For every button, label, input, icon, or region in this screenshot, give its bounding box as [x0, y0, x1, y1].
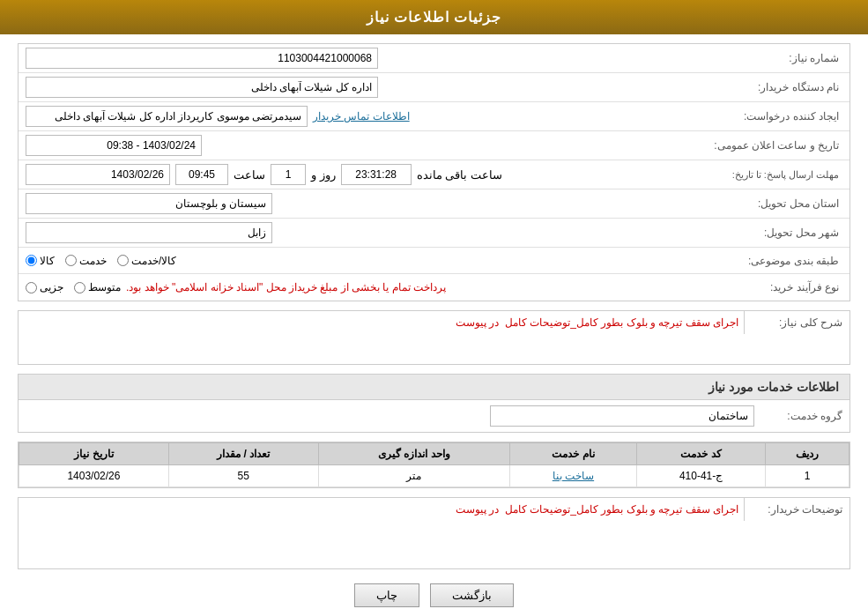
buyer-desc-textarea[interactable]: اجرای سقف تیرچه و بلوک بطور کامل_توضیحات…: [19, 498, 744, 568]
creator-row: ایجاد کننده درخواست: اطلاعات تماس خریدار: [19, 102, 849, 131]
purchase-radio-small[interactable]: [26, 282, 37, 293]
category-row: طبقه بندی موضوعی: کالا/خدمت خدمت کالا: [19, 248, 849, 274]
deadline-row: مهلت ارسال پاسخ: تا تاریخ: ساعت باقی مان…: [19, 160, 849, 189]
services-table: ردیف کد خدمت نام خدمت واحد اندازه گیری ت…: [19, 442, 849, 487]
buyer-org-label: نام دستگاه خریدار:: [719, 81, 842, 93]
announce-date-value-cell: [26, 135, 714, 156]
buyer-org-value-cell: [26, 77, 719, 98]
main-content: شماره نیاز: نام دستگاه خریدار: ایجاد کنن…: [0, 34, 868, 609]
purchase-radio-group: متوسط جزیی: [26, 281, 121, 293]
creator-value-cell: اطلاعات تماس خریدار: [26, 106, 719, 127]
row-unit: متر: [318, 465, 509, 487]
announce-date-label: تاریخ و ساعت اعلان عمومی:: [714, 139, 842, 152]
service-group-input[interactable]: [490, 405, 754, 427]
category-label: طبقه بندی موضوعی:: [719, 255, 842, 267]
creator-inline: اطلاعات تماس خریدار: [26, 106, 410, 127]
tender-number-input[interactable]: [26, 48, 378, 69]
general-desc-section: شرح کلی نیاز:: [18, 310, 850, 365]
services-table-section: ردیف کد خدمت نام خدمت واحد اندازه گیری ت…: [18, 442, 850, 488]
row-name[interactable]: ساخت بنا: [509, 465, 636, 487]
row-date: 1403/02/26: [19, 465, 169, 487]
deadline-remaining-label: ساعت باقی مانده: [417, 168, 502, 182]
category-radio-goods-service[interactable]: [117, 255, 129, 266]
buyer-desc-label: توضیحات خریدار:: [744, 498, 849, 521]
creator-link[interactable]: اطلاعات تماس خریدار: [313, 110, 410, 123]
category-option-service[interactable]: خدمت: [65, 255, 107, 267]
province-value-cell: [26, 193, 719, 214]
province-label: استان محل تحویل:: [719, 197, 842, 210]
category-option-goods[interactable]: کالا: [26, 255, 55, 267]
footer-buttons: بازگشت چاپ: [18, 583, 850, 607]
category-option-goods-service-label: کالا/خدمت: [131, 255, 176, 267]
purchase-option-medium-label: متوسط: [88, 281, 121, 293]
purchase-type-label: نوع فرآیند خرید:: [719, 281, 842, 293]
service-group-row: گروه خدمت:: [18, 400, 850, 433]
province-row: استان محل تحویل:: [19, 189, 849, 219]
back-button[interactable]: بازگشت: [430, 583, 514, 607]
buyer-org-input[interactable]: [26, 77, 378, 98]
print-button[interactable]: چاپ: [354, 583, 419, 607]
table-header-row: ردیف کد خدمت نام خدمت واحد اندازه گیری ت…: [19, 443, 849, 465]
buyer-desc-section: توضیحات خریدار: اجرای سقف تیرچه و بلوک ب…: [18, 497, 850, 569]
purchase-type-value-cell: پرداخت تمام یا بخشی از مبلغ خریداز محل "…: [26, 281, 719, 293]
city-label: شهر محل تحویل:: [719, 227, 842, 239]
purchase-note: پرداخت تمام یا بخشی از مبلغ خریداز محل "…: [126, 281, 446, 293]
buyer-org-row: نام دستگاه خریدار:: [19, 73, 849, 102]
row-code: ج-41-410: [636, 465, 765, 487]
purchase-option-medium[interactable]: متوسط: [74, 281, 121, 293]
general-desc-textarea[interactable]: [19, 311, 744, 364]
deadline-date-input[interactable]: [26, 164, 170, 185]
announce-date-input[interactable]: [26, 135, 202, 156]
deadline-inline: ساعت باقی مانده روز و ساعت: [26, 164, 502, 185]
services-section-title: اطلاعات خدمات مورد نیاز: [18, 374, 850, 400]
page-title: جزئیات اطلاعات نیاز: [367, 10, 502, 25]
deadline-label: مهلت ارسال پاسخ: تا تاریخ:: [719, 169, 842, 181]
creator-input[interactable]: [26, 106, 308, 127]
category-radio-goods[interactable]: [26, 255, 37, 266]
deadline-time-input[interactable]: [175, 164, 228, 185]
category-value-cell: کالا/خدمت خدمت کالا: [26, 255, 719, 267]
deadline-time-label: ساعت: [234, 168, 265, 182]
row-qty: 55: [168, 465, 318, 487]
city-row: شهر محل تحویل:: [19, 219, 849, 248]
category-option-goods-service[interactable]: کالا/خدمت: [117, 255, 176, 267]
category-option-service-label: خدمت: [79, 255, 107, 267]
category-radio-group: کالا/خدمت خدمت کالا: [26, 255, 176, 267]
col-header-code: کد خدمت: [636, 443, 765, 465]
tender-number-label: شماره نیاز:: [719, 52, 842, 64]
purchase-option-small-label: جزیی: [40, 281, 63, 293]
col-header-qty: تعداد / مقدار: [168, 443, 318, 465]
purchase-option-small[interactable]: جزیی: [26, 281, 63, 293]
col-header-unit: واحد اندازه گیری: [318, 443, 509, 465]
info-section: شماره نیاز: نام دستگاه خریدار: ایجاد کنن…: [18, 43, 850, 301]
col-header-name: نام خدمت: [509, 443, 636, 465]
purchase-radio-medium[interactable]: [74, 282, 85, 293]
city-input[interactable]: [26, 222, 272, 243]
purchase-type-row: نوع فرآیند خرید: پرداخت تمام یا بخشی از …: [19, 274, 849, 301]
col-header-row-num: ردیف: [766, 443, 849, 465]
creator-label: ایجاد کننده درخواست:: [719, 110, 842, 123]
tender-number-value-cell: [26, 48, 719, 69]
deadline-days-input[interactable]: [271, 164, 306, 185]
page-wrapper: جزئیات اطلاعات نیاز شماره نیاز: نام دستگ…: [0, 0, 868, 609]
deadline-remaining-input[interactable]: [341, 164, 412, 185]
announce-date-row: تاریخ و ساعت اعلان عمومی:: [19, 131, 849, 160]
page-header: جزئیات اطلاعات نیاز: [0, 0, 868, 34]
deadline-days-label: روز و: [311, 168, 336, 182]
city-value-cell: [26, 222, 719, 243]
row-num: 1: [766, 465, 849, 487]
purchase-type-inline: پرداخت تمام یا بخشی از مبلغ خریداز محل "…: [26, 281, 446, 293]
service-group-label: گروه خدمت:: [754, 410, 842, 422]
category-radio-service[interactable]: [65, 255, 77, 266]
deadline-value-cell: ساعت باقی مانده روز و ساعت: [26, 164, 719, 185]
table-row: 1 ج-41-410 ساخت بنا متر 55 1403/02/26: [19, 465, 849, 487]
category-option-goods-label: کالا: [40, 255, 55, 267]
province-input[interactable]: [26, 193, 272, 214]
col-header-date: تاریخ نیاز: [19, 443, 169, 465]
general-desc-label: شرح کلی نیاز:: [744, 311, 849, 334]
tender-number-row: شماره نیاز:: [19, 44, 849, 73]
